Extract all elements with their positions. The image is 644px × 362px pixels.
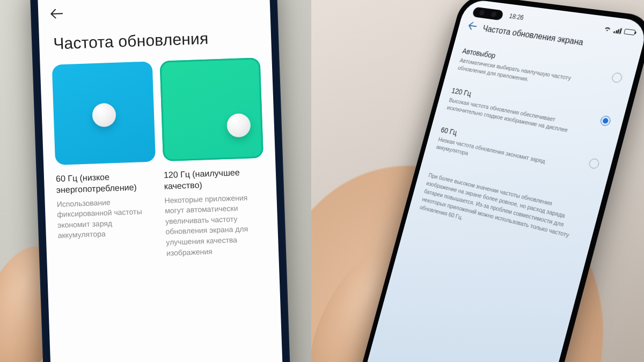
card-60hz[interactable] bbox=[52, 61, 156, 165]
radio-icon bbox=[599, 115, 612, 126]
phone-left: 15:15 77 Частота обновления bbox=[30, 0, 292, 362]
back-button[interactable] bbox=[467, 20, 478, 33]
photo-left: 15:15 77 Частота обновления bbox=[0, 0, 311, 362]
option-title: 60 Гц (низкое энергопотребление) bbox=[56, 170, 157, 196]
back-button[interactable] bbox=[50, 6, 63, 22]
battery-icon bbox=[624, 28, 636, 35]
option-desc: Некоторые приложения могут автоматически… bbox=[164, 192, 267, 258]
photo-right: 18:26 Частота обновления экрана Автовыбо… bbox=[311, 0, 644, 362]
desc-60hz: 60 Гц (низкое энергопотребление) Использ… bbox=[56, 170, 159, 262]
signal-icon bbox=[613, 27, 621, 34]
demo-ball-icon bbox=[92, 103, 116, 128]
card-120hz[interactable] bbox=[160, 57, 264, 161]
wifi-icon bbox=[603, 26, 611, 32]
radio-icon bbox=[611, 72, 623, 83]
refresh-rate-cards bbox=[40, 57, 275, 166]
card-descriptions: 60 Гц (низкое энергопотребление) Использ… bbox=[43, 158, 279, 263]
option-title: 120 Гц (наилучшее качество) bbox=[164, 166, 265, 192]
option-desc: Использование фиксированной частоты экон… bbox=[56, 196, 158, 241]
desc-120hz: 120 Гц (наилучшее качество) Некоторые пр… bbox=[164, 166, 267, 258]
status-time: 18:26 bbox=[508, 12, 524, 21]
radio-icon bbox=[588, 158, 601, 170]
screen-left: 15:15 77 Частота обновления bbox=[37, 0, 284, 362]
demo-ball-icon bbox=[226, 113, 251, 138]
